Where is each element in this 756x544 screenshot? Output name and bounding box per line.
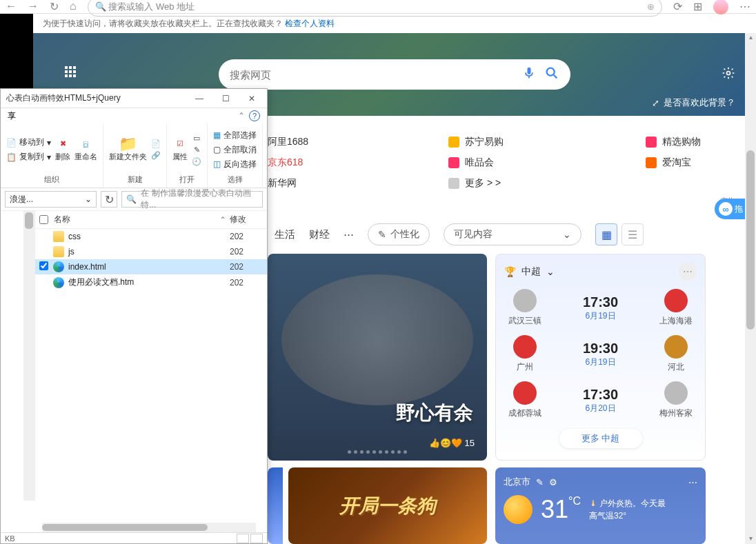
card-more-icon[interactable]: ⋯	[679, 263, 697, 281]
chevron-down-icon[interactable]: ⌄	[546, 266, 555, 277]
site-icon	[448, 178, 459, 189]
row-checkbox[interactable]	[39, 261, 49, 272]
game-card[interactable]	[268, 467, 283, 544]
details-view-icon[interactable]	[237, 534, 249, 543]
file-row[interactable]: 使用必读文档.htm 202	[35, 274, 267, 290]
promo-card[interactable]: 开局一条狗	[288, 467, 487, 544]
file-row[interactable]: css 202	[35, 229, 267, 244]
search-folder-input[interactable]: 🔍 在 制作温馨浪漫爱心表白动画特...	[121, 191, 263, 208]
league-name[interactable]: 中超	[521, 265, 541, 278]
minimize-button[interactable]: —	[190, 94, 209, 103]
pencil-icon[interactable]: ✎	[536, 477, 544, 487]
quick-link[interactable]: 精选购物	[646, 136, 735, 148]
properties-button[interactable]: ☑属性	[172, 138, 188, 162]
quick-link[interactable]: 唯品会	[448, 157, 538, 169]
select-all-button[interactable]: ▦全部选择	[213, 130, 257, 141]
easy-access-icon[interactable]: 🔗	[151, 151, 161, 160]
microphone-icon[interactable]	[522, 66, 536, 83]
scroll-up-arrow[interactable]: ▴	[745, 33, 756, 43]
tab-finance[interactable]: 财经	[309, 228, 330, 241]
file-list-header[interactable]: 名称 ⌃ 修改	[35, 211, 267, 229]
invert-selection-button[interactable]: ◫反向选择	[213, 159, 257, 170]
personalize-label: 个性化	[390, 228, 419, 241]
list-view-button[interactable]: ☰	[621, 223, 644, 245]
copy-to-button[interactable]: 📋复制到▾	[6, 151, 51, 163]
home-icon[interactable]: ⌂	[70, 0, 77, 13]
ribbon: 📄移动到▾ 📋复制到▾ ✖删除 ⌼重命名 组织 📁新建文件夹 📄 🔗 新建 ☑属…	[1, 123, 267, 188]
match-row[interactable]: 成都蓉城 17:306月20日 梅州客家	[504, 381, 697, 419]
tab-more-icon[interactable]: ⋯	[344, 228, 354, 241]
close-button[interactable]: ✕	[242, 94, 261, 103]
refresh-icon[interactable]: ↻	[50, 0, 59, 13]
edge-icon	[53, 261, 64, 272]
move-to-button[interactable]: 📄移动到▾	[6, 137, 51, 148]
nav-scroll-thumb[interactable]	[25, 212, 33, 229]
news-reactions[interactable]: 👍😊🧡 15	[429, 438, 475, 448]
hero-search-input[interactable]	[230, 69, 522, 81]
match-row[interactable]: 广州 19:306月19日 河北	[504, 335, 697, 373]
select-none-button[interactable]: ▢全部取消	[213, 144, 257, 156]
maximize-button[interactable]: ☐	[216, 94, 235, 103]
card-more-icon[interactable]: ⋯	[688, 477, 697, 487]
chevron-down-icon[interactable]: ⌄	[85, 194, 92, 204]
help-icon[interactable]: ?	[249, 110, 260, 121]
quick-link[interactable]: 更多 > >	[448, 177, 538, 190]
hero-search-box[interactable]	[219, 59, 570, 90]
collections-icon[interactable]: ⊞	[693, 0, 702, 13]
horizontal-scrollbar[interactable]	[42, 523, 256, 532]
team-home: 成都蓉城	[504, 381, 546, 419]
search-icon[interactable]	[544, 66, 559, 83]
file-row[interactable]: index.html 202	[35, 259, 267, 274]
weather-card[interactable]: 北京市 ✎ ⚙ ⋯ 31°C 🌡 户外炎热。今天最 高气温32°	[495, 467, 706, 544]
tab-life[interactable]: 生活	[275, 228, 295, 241]
refresh-button[interactable]: ↻	[101, 191, 117, 208]
quick-link[interactable]: 苏宁易购	[448, 136, 538, 148]
news-card[interactable]: 野心有余 👍😊🧡 15	[268, 254, 487, 461]
forward-icon[interactable]: →	[28, 0, 39, 13]
promo-headline: 开局一条狗	[339, 493, 436, 519]
large-icons-view-icon[interactable]	[250, 534, 263, 543]
ribbon-tab[interactable]: 享	[8, 110, 16, 122]
match-time: 19:306月19日	[583, 341, 618, 368]
window-titlebar[interactable]: 心表白动画特效HTML5+jQuery — ☐ ✕	[1, 89, 267, 108]
file-row[interactable]: js 202	[35, 244, 267, 259]
sort-indicator-icon: ⌃	[216, 215, 230, 225]
column-name[interactable]: 名称	[54, 214, 216, 225]
new-item-icon[interactable]: 📄	[151, 139, 161, 148]
apps-icon[interactable]	[65, 66, 77, 79]
quick-link[interactable]: 爱淘宝	[646, 157, 735, 169]
chevron-up-icon[interactable]: ⌃	[238, 111, 245, 121]
add-tab-icon[interactable]: ⊕	[647, 1, 655, 12]
rename-button[interactable]: ⌼重命名	[74, 138, 97, 162]
bookmark-link[interactable]: 检查个人资料	[285, 19, 335, 28]
select-all-checkbox[interactable]	[39, 215, 48, 224]
open-icon[interactable]: ▭	[192, 134, 201, 143]
back-icon[interactable]: ←	[6, 0, 17, 13]
grid-view-button[interactable]: ▦	[595, 223, 617, 245]
new-folder-button[interactable]: 📁新建文件夹	[109, 138, 147, 162]
match-row[interactable]: 武汉三镇 17:306月19日 上海海港	[504, 289, 697, 327]
settings-gear-icon[interactable]	[722, 66, 735, 82]
page-scrollbar[interactable]: ▴ ▾	[745, 33, 756, 544]
sync-icon[interactable]: ⟳	[673, 0, 682, 13]
team-away: 梅州客家	[655, 381, 697, 419]
nav-pane[interactable]	[1, 211, 35, 501]
scrollbar-thumb[interactable]	[746, 150, 755, 330]
team-logo-icon	[513, 335, 537, 359]
hscroll-thumb[interactable]	[42, 524, 208, 531]
scroll-down-arrow[interactable]: ▾	[745, 534, 756, 544]
visible-content-dropdown[interactable]: 可见内容 ⌄	[444, 223, 581, 245]
more-sports-button[interactable]: 更多 中超	[559, 429, 642, 448]
column-modified[interactable]: 修改	[230, 214, 263, 225]
personalize-button[interactable]: ✎ 个性化	[368, 223, 430, 245]
menu-icon[interactable]: ⋯	[739, 0, 750, 13]
edit-icon[interactable]: ✎	[192, 145, 201, 154]
carousel-dots[interactable]	[348, 450, 407, 454]
background-feedback[interactable]: ⤢ 是否喜欢此背景？	[652, 97, 735, 109]
nav-scrollbar[interactable]	[23, 211, 34, 501]
settings-icon[interactable]: ⚙	[549, 477, 557, 487]
avatar[interactable]	[713, 0, 728, 14]
address-combo[interactable]: 浪漫... ⌄	[5, 191, 97, 208]
history-icon[interactable]: 🕘	[192, 157, 201, 166]
delete-button[interactable]: ✖删除	[55, 138, 70, 162]
